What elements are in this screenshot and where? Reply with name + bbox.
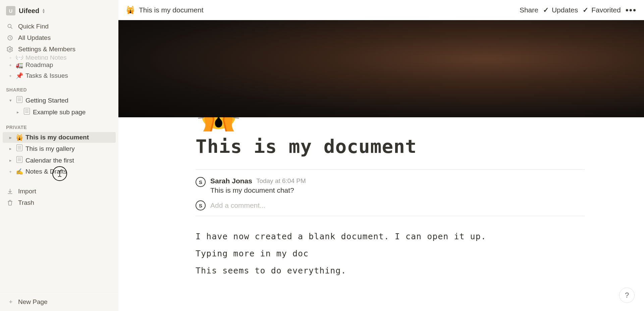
writing-icon: ✍️ (15, 168, 23, 175)
plus-icon: + (7, 298, 15, 306)
share-button[interactable]: Share (520, 6, 538, 14)
breadcrumb[interactable]: 🙀 This is my document (126, 6, 204, 14)
divider (196, 216, 585, 216)
sidebar-item-calendar-the-first[interactable]: ▸ Calendar the first (3, 154, 116, 166)
workspace-name: Uifeed (19, 7, 39, 15)
sidebar-item-this-is-my-gallery[interactable]: ▸ This is my gallery (3, 143, 116, 154)
cat-scream-icon: 🙀 (15, 134, 23, 141)
main-area: 🙀 This is my document Share ✓ Updates ✓ … (118, 0, 644, 311)
topbar: 🙀 This is my document Share ✓ Updates ✓ … (118, 0, 644, 20)
sidebar-item-this-is-my-document[interactable]: ▸ 🙀 This is my document (3, 132, 116, 143)
chevron-right-icon[interactable]: ▸ (7, 135, 13, 140)
check-icon: ✓ (583, 6, 589, 14)
sidebar-item-label: Meeting Notes (25, 56, 67, 60)
import-label: Import (18, 188, 36, 195)
truck-icon: 🚛 (15, 61, 23, 69)
workspace-avatar: U (6, 6, 15, 15)
sidebar-item-label: This is my gallery (25, 145, 75, 152)
page-icon (23, 108, 31, 116)
sidebar-item-meeting-notes[interactable]: + 💬 Meeting Notes (3, 56, 116, 60)
sidebar-item-roadmap[interactable]: + 🚛 Roadmap (3, 60, 116, 70)
import-button[interactable]: Import (3, 186, 116, 197)
ellipsis-icon: ••• (626, 5, 637, 15)
comments-section: S Sarah Jonas Today at 6:04 PM This is m… (196, 170, 585, 216)
sidebar-item-getting-started[interactable]: ▾ Getting Started (3, 95, 116, 106)
section-private-header: Private (0, 119, 118, 131)
comment-timestamp: Today at 6:04 PM (256, 177, 306, 185)
page-content[interactable]: I have now created a blank document. I c… (196, 232, 585, 275)
plus-icon: + (7, 63, 13, 68)
help-button[interactable]: ? (619, 288, 635, 303)
plus-icon: + (7, 56, 13, 60)
svg-point-0 (8, 24, 11, 27)
page-icon (15, 96, 23, 105)
page-icon (15, 144, 23, 153)
comment-row: S Sarah Jonas Today at 6:04 PM This is m… (196, 177, 585, 194)
pin-icon: 📌 (15, 72, 23, 79)
trash-icon (7, 199, 15, 206)
updates-button[interactable]: ✓ Updates (543, 6, 578, 14)
search-icon (7, 23, 15, 30)
sidebar-item-label: Calendar the first (25, 157, 74, 164)
plus-icon[interactable]: + (7, 169, 13, 174)
gear-icon (7, 46, 15, 53)
trash-label: Trash (18, 199, 34, 206)
sidebar-item-label: Example sub page (33, 109, 86, 116)
chevron-updown-icon: ▴▾ (43, 8, 45, 13)
all-updates-label: All Updates (18, 34, 51, 42)
cat-scream-icon: 🙀 (126, 6, 135, 14)
check-icon: ✓ (543, 6, 549, 14)
workspace-pages-truncated: + 💬 Meeting Notes + 🚛 Roadmap + 📌 Tasks … (0, 56, 118, 81)
page-title[interactable]: This is my document (196, 135, 585, 157)
comment-avatar: S (196, 177, 206, 187)
comment-text: This is my document chat? (210, 186, 306, 194)
svg-point-3 (9, 49, 11, 50)
new-page-label: New Page (18, 298, 48, 306)
section-shared-header: Shared (0, 81, 118, 94)
download-icon (7, 188, 15, 195)
content-line[interactable]: Typing more in my doc (196, 249, 585, 258)
chevron-right-icon[interactable]: ▸ (7, 158, 13, 163)
trash-button[interactable]: Trash (3, 197, 116, 208)
breadcrumb-title: This is my document (139, 6, 204, 14)
new-page-button[interactable]: + New Page (3, 296, 116, 308)
comment-author: Sarah Jonas (210, 177, 252, 185)
all-updates-button[interactable]: All Updates (3, 32, 116, 44)
page-icon (15, 156, 23, 165)
sidebar-item-tasks-issues[interactable]: + 📌 Tasks & Issues (3, 70, 116, 81)
settings-button[interactable]: Settings & Members (3, 44, 116, 55)
workspace-switcher[interactable]: U Uifeed ▴▾ (0, 0, 118, 20)
sidebar-item-example-sub-page[interactable]: ▸ Example sub page (3, 106, 116, 118)
sidebar-item-label: Notes & Drafts (25, 168, 67, 175)
chevron-down-icon[interactable]: ▾ (7, 98, 13, 103)
sidebar-item-label: Roadmap (25, 61, 53, 69)
sidebar-item-label: Getting Started (25, 97, 68, 104)
comment-input-avatar: S (196, 200, 206, 210)
comment-input-row: S (196, 200, 585, 210)
settings-label: Settings & Members (18, 46, 75, 53)
chevron-right-icon[interactable]: ▸ (7, 146, 13, 151)
sidebar-item-notes-drafts[interactable]: + ✍️ Notes & Drafts (3, 166, 116, 177)
sidebar-item-label: This is my document (25, 134, 89, 141)
updates-label: Updates (552, 6, 578, 14)
plus-icon: + (7, 73, 13, 78)
sidebar-item-label: Tasks & Issues (25, 72, 68, 79)
comment-input[interactable] (210, 201, 378, 209)
favorited-button[interactable]: ✓ Favorited (583, 6, 621, 14)
chevron-right-icon[interactable]: ▸ (15, 110, 21, 115)
page-cover[interactable] (118, 20, 644, 117)
svg-line-1 (11, 27, 12, 29)
clock-icon (7, 35, 15, 41)
sidebar: U Uifeed ▴▾ Quick Find All Updates Setti… (0, 0, 118, 311)
more-menu-button[interactable]: ••• (626, 5, 637, 15)
quick-find-button[interactable]: Quick Find (3, 21, 116, 32)
favorited-label: Favorited (591, 6, 621, 14)
speech-icon: 💬 (15, 56, 23, 60)
content-line[interactable]: This seems to do everything. (196, 266, 585, 275)
content-line[interactable]: I have now created a blank document. I c… (196, 232, 585, 241)
quick-find-label: Quick Find (18, 23, 49, 30)
